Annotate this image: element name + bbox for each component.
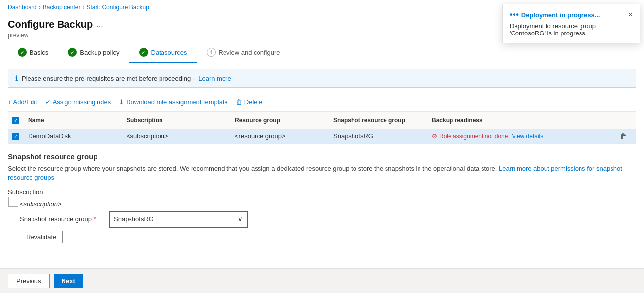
notification-body: Deployment to resource group 'ContosoRG'… <box>510 22 633 37</box>
delete-button[interactable]: 🗑 Delete <box>236 98 263 107</box>
error-icon: ⊘ <box>432 132 437 140</box>
header-checkbox[interactable]: ✓ <box>12 117 19 124</box>
snapshot-rg-label-text: Snapshot resource group <box>20 215 92 223</box>
info-banner: ℹ Please ensure the pre-requisites are m… <box>8 69 636 88</box>
add-edit-label: + Add/Edit <box>8 98 37 106</box>
notification-popup: ••• Deployment in progress... × Deployme… <box>502 4 640 43</box>
tab-datasources[interactable]: ✓ Datasources <box>129 43 197 63</box>
tab-review-label: Review and configure <box>219 49 280 56</box>
snapshot-rg-dropdown[interactable]: SnapshotsRG ∨ <box>109 211 247 227</box>
table-header: ✓ Name Subscription Resource group Snaps… <box>8 112 636 130</box>
snapshot-section: Snapshot resource group Select the resou… <box>0 144 644 251</box>
tab-basics-label: Basics <box>30 49 48 56</box>
footer: Previous Next <box>0 268 644 281</box>
snapshot-section-title: Snapshot resource group <box>8 152 636 161</box>
row-delete-icon[interactable]: 🗑 <box>620 132 627 140</box>
col-resource-group: Resource group <box>231 115 329 126</box>
page-title: Configure Backup <box>8 19 93 30</box>
notification-title: ••• Deployment in progress... <box>510 10 600 19</box>
col-checkbox: ✓ <box>8 115 24 126</box>
col-sub-extra <box>201 115 231 126</box>
assign-roles-button[interactable]: ✓ Assign missing roles <box>45 98 111 107</box>
tab-review-number-icon: 4 <box>207 48 216 57</box>
download-icon: ⬇ <box>119 98 124 106</box>
add-edit-button[interactable]: + Add/Edit <box>8 98 37 107</box>
snapshot-rg-form: Snapshot resource group * SnapshotsRG ∨ <box>20 211 636 227</box>
row-subscription: <subscription> <box>123 130 201 143</box>
row-backup-readiness: ⊘ Role assignment not done View details <box>428 130 616 143</box>
previous-button[interactable]: Previous <box>8 274 50 281</box>
assign-roles-label: Assign missing roles <box>53 98 111 106</box>
tab-datasources-label: Datasources <box>151 49 187 56</box>
notification-close-button[interactable]: × <box>628 10 633 19</box>
previous-label: Previous <box>16 277 41 281</box>
download-template-label: Download role assignment template <box>126 98 228 106</box>
tab-datasources-check-icon: ✓ <box>139 48 148 57</box>
required-marker: * <box>94 215 96 223</box>
connector-icon <box>8 197 18 207</box>
revalidate-label: Revalidate <box>26 233 56 241</box>
subscription-label-text: Subscription <box>8 188 43 195</box>
tab-basics[interactable]: ✓ Basics <box>8 43 58 63</box>
dropdown-chevron-icon: ∨ <box>238 215 243 223</box>
role-error: ⊘ Role assignment not done View details <box>432 132 612 140</box>
datasources-table: ✓ Name Subscription Resource group Snaps… <box>8 111 636 144</box>
info-banner-link[interactable]: Learn more <box>198 75 231 82</box>
notification-header: ••• Deployment in progress... × <box>510 10 633 19</box>
info-icon: ℹ <box>15 74 18 82</box>
col-subscription: Subscription <box>123 115 201 126</box>
row-snapshot-rg: SnapshotsRG <box>329 130 428 143</box>
notification-title-text: Deployment in progress... <box>521 11 600 19</box>
col-snapshot-rg: Snapshot resource group <box>329 115 428 126</box>
row-name: DemoDataDisk <box>24 130 123 143</box>
tab-review[interactable]: 4 Review and configure <box>197 43 290 63</box>
delete-icon: 🗑 <box>236 98 242 106</box>
table-row: ✓ DemoDataDisk <subscription> <resource … <box>8 130 636 144</box>
next-label: Next <box>62 277 75 281</box>
breadcrumb-backup-center[interactable]: Backup center <box>43 4 81 11</box>
tab-backup-policy-label: Backup policy <box>80 49 119 56</box>
snapshot-rg-field-row: Snapshot resource group * SnapshotsRG ∨ <box>20 211 636 227</box>
snapshot-desc-text: Select the resource group where your sna… <box>8 165 497 172</box>
delete-label: Delete <box>244 98 263 106</box>
col-name: Name <box>24 115 123 126</box>
snapshot-rg-dropdown-value: SnapshotsRG <box>114 215 154 223</box>
view-details-link[interactable]: View details <box>512 133 543 140</box>
tab-basics-check-icon: ✓ <box>18 48 27 57</box>
tab-backup-policy-check-icon: ✓ <box>68 48 77 57</box>
col-actions <box>616 115 636 126</box>
toolbar: + Add/Edit ✓ Assign missing roles ⬇ Down… <box>0 94 644 111</box>
wizard-tabs: ✓ Basics ✓ Backup policy ✓ Datasources 4… <box>0 43 644 63</box>
col-backup-readiness: Backup readiness <box>428 115 616 126</box>
subscription-value: <subscription> <box>20 200 62 208</box>
subscription-row: Subscription <box>8 188 636 195</box>
subscription-value-row: <subscription> <box>8 197 636 211</box>
more-options-icon[interactable]: ... <box>97 20 103 29</box>
role-error-text: Role assignment not done <box>439 133 508 140</box>
row-delete[interactable]: 🗑 <box>616 130 636 143</box>
download-template-button[interactable]: ⬇ Download role assignment template <box>119 98 228 107</box>
tab-backup-policy[interactable]: ✓ Backup policy <box>58 43 129 63</box>
breadcrumb-dashboard[interactable]: Dashboard <box>8 4 37 11</box>
snapshot-section-desc: Select the resource group where your sna… <box>8 164 636 182</box>
row-checkbox[interactable]: ✓ <box>12 133 19 140</box>
row-resource-group: <resource group> <box>231 130 329 143</box>
breadcrumb-configure-backup[interactable]: Start: Configure Backup <box>86 4 149 11</box>
notification-spinner-icon: ••• <box>510 10 519 19</box>
checkmark-icon: ✓ <box>45 98 51 106</box>
next-button[interactable]: Next <box>54 274 83 281</box>
snapshot-rg-label: Snapshot resource group * <box>20 215 103 223</box>
row-sub-extra <box>201 133 231 139</box>
info-banner-text: Please ensure the pre-requisites are met… <box>22 75 194 82</box>
revalidate-button[interactable]: Revalidate <box>20 231 63 243</box>
row-checkbox-cell[interactable]: ✓ <box>8 130 24 143</box>
